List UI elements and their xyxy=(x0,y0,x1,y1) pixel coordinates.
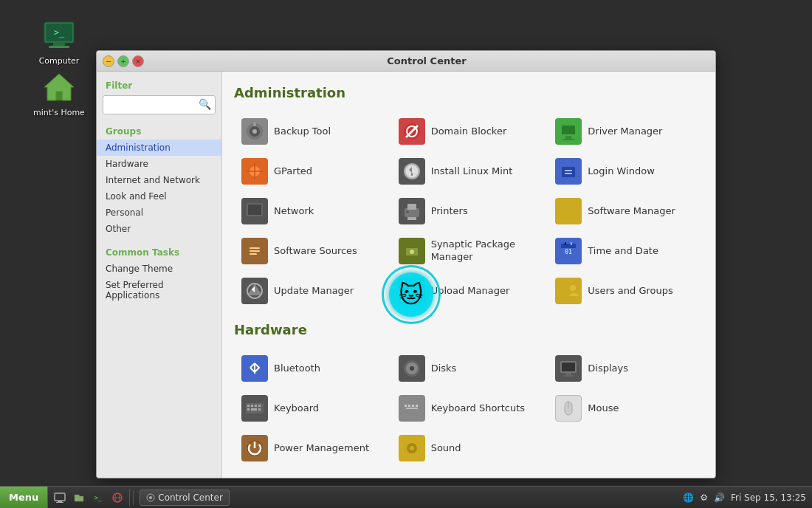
keyboard-label: Keyboard xyxy=(274,402,319,415)
item-time-and-date[interactable]: 01 Time and Date xyxy=(548,232,703,270)
item-users-and-groups[interactable]: Users and Groups xyxy=(548,272,703,310)
desktop-icon-home[interactable]: mint's Home xyxy=(30,66,89,120)
taskbar: Menu >_ Control Center 🌐 ⚙ 🔊 Fri Sep xyxy=(0,486,812,508)
sidebar-item-other[interactable]: Other xyxy=(97,221,221,237)
administration-grid: Backup Tool Domain Blocker Driver Manage… xyxy=(234,112,703,310)
install-linux-mint-label: Install Linux Mint xyxy=(431,165,513,178)
svg-rect-72 xyxy=(255,405,257,407)
svg-text:>_: >_ xyxy=(54,27,65,38)
minimize-button[interactable]: − xyxy=(103,55,114,67)
item-bluetooth[interactable]: Bluetooth xyxy=(234,349,390,388)
software-sources-label: Software Sources xyxy=(274,245,357,258)
item-sound[interactable]: Sound xyxy=(391,429,547,467)
software-sources-icon xyxy=(241,238,268,264)
taskbar-right: 🌐 ⚙ 🔊 Fri Sep 15, 13:25 xyxy=(677,492,812,503)
taskbar-file-manager-btn[interactable] xyxy=(70,489,88,507)
desktop-icon-computer[interactable]: >_ Computer xyxy=(30,15,89,69)
login-window-label: Login Window xyxy=(588,165,654,178)
domain-blocker-label: Domain Blocker xyxy=(431,126,507,138)
svg-rect-16 xyxy=(565,136,571,139)
svg-rect-112 xyxy=(58,501,62,502)
svg-rect-50 xyxy=(561,244,576,248)
home-icon xyxy=(41,69,77,105)
driver-manager-icon xyxy=(555,118,582,145)
item-disks[interactable]: Disks xyxy=(391,349,547,388)
svg-text:>_: >_ xyxy=(94,495,102,501)
backup-tool-label: Backup Tool xyxy=(274,126,331,138)
computer-icon-label: Computer xyxy=(39,56,80,66)
software-manager-label: Software Manager xyxy=(588,205,675,218)
item-printers[interactable]: Printers xyxy=(391,192,547,230)
svg-rect-80 xyxy=(412,405,414,407)
taskbar-window-label: Control Center xyxy=(158,492,223,503)
maximize-button[interactable]: + xyxy=(117,55,129,67)
mouse-label: Mouse xyxy=(588,402,619,415)
item-domain-blocker[interactable]: Domain Blocker xyxy=(391,112,547,151)
install-linux-mint-icon xyxy=(399,158,425,185)
svg-point-9 xyxy=(252,129,257,134)
taskbar-separator xyxy=(133,490,134,505)
upload-manager-label: Upload Manager xyxy=(431,285,510,298)
taskbar-show-desktop-btn[interactable] xyxy=(51,489,69,507)
item-network[interactable]: Network xyxy=(234,192,390,230)
power-management-label: Power Management xyxy=(274,442,369,455)
svg-rect-52 xyxy=(571,242,572,245)
item-upload-manager[interactable]: Upload Manager xyxy=(391,272,547,310)
menu-button[interactable]: Menu xyxy=(0,487,48,508)
svg-point-48 xyxy=(410,250,414,254)
sidebar-item-internet-and-network[interactable]: Internet and Network xyxy=(97,172,221,188)
svg-rect-68 xyxy=(563,375,574,377)
sidebar-item-administration[interactable]: Administration xyxy=(97,140,221,156)
window-content: Filter 🔍 Groups Administration Hardware … xyxy=(97,72,715,478)
svg-rect-15 xyxy=(562,126,575,134)
time-and-date-icon: 01 xyxy=(555,238,582,264)
item-driver-manager[interactable]: Driver Manager xyxy=(548,112,703,151)
item-displays[interactable]: Displays xyxy=(548,349,703,388)
taskbar-browser-btn[interactable] xyxy=(109,489,126,507)
svg-rect-2 xyxy=(53,43,65,46)
taskbar-network-icon: 🌐 xyxy=(683,492,694,503)
keyboard-shortcuts-icon xyxy=(399,395,425,422)
keyboard-shortcuts-label: Keyboard Shortcuts xyxy=(431,402,525,415)
svg-point-59 xyxy=(562,284,569,292)
backup-tool-icon xyxy=(241,118,268,145)
sidebar-item-look-and-feel[interactable]: Look and Feel xyxy=(97,188,221,205)
users-and-groups-label: Users and Groups xyxy=(588,285,672,298)
home-icon-label: mint's Home xyxy=(33,108,85,117)
computer-icon: >_ xyxy=(41,18,77,53)
item-software-manager[interactable]: Software Manager xyxy=(548,192,703,230)
sidebar-item-personal[interactable]: Personal xyxy=(97,205,221,221)
taskbar-terminal-btn[interactable]: >_ xyxy=(89,489,107,507)
login-window-icon xyxy=(555,158,582,185)
item-keyboard-shortcuts[interactable]: Keyboard Shortcuts xyxy=(391,389,547,428)
svg-rect-78 xyxy=(405,405,407,407)
svg-rect-44 xyxy=(250,250,260,252)
sidebar-item-hardware[interactable]: Hardware xyxy=(97,156,221,172)
item-install-linux-mint[interactable]: Install Linux Mint xyxy=(391,152,547,190)
item-software-sources[interactable]: Software Sources xyxy=(234,232,390,270)
administration-header: Administration xyxy=(234,85,703,103)
taskbar-clock: Fri Sep 15, 13:25 xyxy=(731,492,806,503)
item-gparted[interactable]: GParted xyxy=(234,152,390,190)
svg-rect-32 xyxy=(252,216,258,219)
keyboard-icon xyxy=(241,395,268,422)
gparted-icon xyxy=(241,158,268,185)
item-login-window[interactable]: Login Window xyxy=(548,152,703,190)
bluetooth-label: Bluetooth xyxy=(274,363,320,375)
taskbar-window-control-center[interactable]: Control Center xyxy=(140,490,230,506)
item-power-management[interactable]: Power Management xyxy=(234,429,390,467)
item-update-manager[interactable]: Update Manager xyxy=(234,272,390,310)
displays-icon xyxy=(555,355,582,382)
upload-manager-icon xyxy=(399,278,425,304)
item-synaptic-package-manager[interactable]: Synaptic Package Manager xyxy=(391,232,547,270)
item-mouse[interactable]: Mouse xyxy=(548,389,703,428)
item-backup-tool[interactable]: Backup Tool xyxy=(234,112,390,151)
svg-rect-31 xyxy=(248,205,261,215)
item-keyboard[interactable]: Keyboard xyxy=(234,389,390,428)
svg-rect-70 xyxy=(247,405,250,407)
svg-rect-33 xyxy=(249,219,261,220)
close-button[interactable]: × xyxy=(132,55,144,67)
sidebar-item-set-preferred-apps[interactable]: Set Preferred Applications xyxy=(97,277,221,303)
sidebar-item-change-theme[interactable]: Change Theme xyxy=(97,261,221,277)
svg-rect-71 xyxy=(251,405,253,407)
